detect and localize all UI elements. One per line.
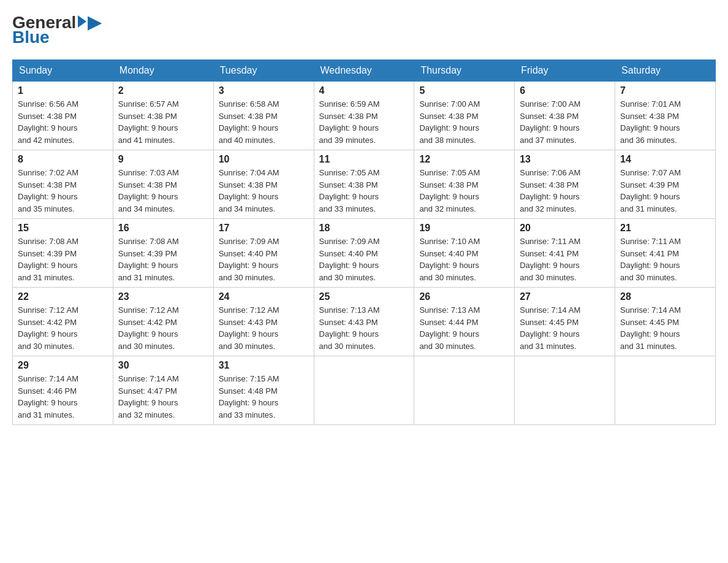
day-number: 28 — [620, 291, 710, 302]
calendar-cell: 16 Sunrise: 7:08 AM Sunset: 4:39 PM Dayl… — [113, 219, 213, 288]
day-number: 17 — [219, 223, 309, 234]
day-info: Sunrise: 7:07 AM Sunset: 4:39 PM Dayligh… — [620, 167, 710, 215]
calendar-cell: 26 Sunrise: 7:13 AM Sunset: 4:44 PM Dayl… — [414, 288, 515, 356]
day-number: 14 — [620, 154, 710, 165]
weekday-header-saturday: Saturday — [615, 60, 716, 82]
calendar-cell: 5 Sunrise: 7:00 AM Sunset: 4:38 PM Dayli… — [414, 82, 515, 150]
day-number: 18 — [319, 223, 409, 234]
page-header: General▶ Blue — [12, 12, 716, 47]
calendar-cell — [515, 356, 615, 425]
calendar-week-row: 29 Sunrise: 7:14 AM Sunset: 4:46 PM Dayl… — [13, 356, 716, 425]
calendar-cell: 28 Sunrise: 7:14 AM Sunset: 4:45 PM Dayl… — [615, 288, 716, 356]
calendar-cell: 1 Sunrise: 6:56 AM Sunset: 4:38 PM Dayli… — [13, 82, 113, 150]
calendar-cell — [414, 356, 515, 425]
calendar-cell: 11 Sunrise: 7:05 AM Sunset: 4:38 PM Dayl… — [314, 150, 414, 219]
day-number: 10 — [219, 154, 309, 165]
day-info: Sunrise: 7:09 AM Sunset: 4:40 PM Dayligh… — [219, 236, 309, 283]
weekday-header-wednesday: Wednesday — [314, 60, 414, 82]
day-info: Sunrise: 7:14 AM Sunset: 4:46 PM Dayligh… — [18, 373, 108, 421]
weekday-header-monday: Monday — [113, 60, 213, 82]
weekday-header-tuesday: Tuesday — [213, 60, 314, 82]
day-number: 22 — [18, 291, 108, 302]
day-info: Sunrise: 7:14 AM Sunset: 4:45 PM Dayligh… — [520, 304, 610, 352]
day-number: 5 — [419, 85, 509, 96]
day-number: 12 — [419, 154, 509, 165]
calendar-cell: 4 Sunrise: 6:59 AM Sunset: 4:38 PM Dayli… — [314, 82, 414, 150]
day-number: 26 — [419, 291, 509, 302]
calendar-cell: 3 Sunrise: 6:58 AM Sunset: 4:38 PM Dayli… — [213, 82, 314, 150]
calendar-cell: 25 Sunrise: 7:13 AM Sunset: 4:43 PM Dayl… — [314, 288, 414, 356]
day-number: 15 — [18, 223, 108, 234]
logo-blue-word: Blue — [12, 28, 50, 47]
day-info: Sunrise: 7:08 AM Sunset: 4:39 PM Dayligh… — [18, 236, 108, 283]
day-number: 2 — [118, 85, 208, 96]
day-info: Sunrise: 7:10 AM Sunset: 4:40 PM Dayligh… — [419, 236, 509, 283]
calendar-cell: 6 Sunrise: 7:00 AM Sunset: 4:38 PM Dayli… — [515, 82, 615, 150]
day-info: Sunrise: 6:58 AM Sunset: 4:38 PM Dayligh… — [219, 98, 309, 146]
day-info: Sunrise: 7:05 AM Sunset: 4:38 PM Dayligh… — [319, 167, 409, 215]
calendar-cell: 9 Sunrise: 7:03 AM Sunset: 4:38 PM Dayli… — [113, 150, 213, 219]
day-info: Sunrise: 6:57 AM Sunset: 4:38 PM Dayligh… — [118, 98, 208, 146]
day-info: Sunrise: 7:13 AM Sunset: 4:44 PM Dayligh… — [419, 304, 509, 352]
day-info: Sunrise: 7:01 AM Sunset: 4:38 PM Dayligh… — [620, 98, 710, 146]
calendar-week-row: 22 Sunrise: 7:12 AM Sunset: 4:42 PM Dayl… — [13, 288, 716, 356]
day-number: 27 — [520, 291, 610, 302]
calendar-cell: 15 Sunrise: 7:08 AM Sunset: 4:39 PM Dayl… — [13, 219, 113, 288]
day-number: 8 — [18, 154, 108, 165]
calendar-cell — [314, 356, 414, 425]
calendar-cell: 20 Sunrise: 7:11 AM Sunset: 4:41 PM Dayl… — [515, 219, 615, 288]
day-info: Sunrise: 7:11 AM Sunset: 4:41 PM Dayligh… — [620, 236, 710, 283]
day-number: 21 — [620, 223, 710, 234]
calendar-cell: 12 Sunrise: 7:05 AM Sunset: 4:38 PM Dayl… — [414, 150, 515, 219]
weekday-header-row: SundayMondayTuesdayWednesdayThursdayFrid… — [13, 60, 716, 82]
calendar-week-row: 8 Sunrise: 7:02 AM Sunset: 4:38 PM Dayli… — [13, 150, 716, 219]
day-number: 16 — [118, 223, 208, 234]
day-info: Sunrise: 7:00 AM Sunset: 4:38 PM Dayligh… — [520, 98, 610, 146]
day-number: 9 — [118, 154, 208, 165]
day-number: 20 — [520, 223, 610, 234]
day-info: Sunrise: 6:56 AM Sunset: 4:38 PM Dayligh… — [18, 98, 108, 146]
calendar-week-row: 1 Sunrise: 6:56 AM Sunset: 4:38 PM Dayli… — [13, 82, 716, 150]
calendar-cell: 8 Sunrise: 7:02 AM Sunset: 4:38 PM Dayli… — [13, 150, 113, 219]
day-number: 19 — [419, 223, 509, 234]
calendar-cell: 13 Sunrise: 7:06 AM Sunset: 4:38 PM Dayl… — [515, 150, 615, 219]
calendar-cell: 17 Sunrise: 7:09 AM Sunset: 4:40 PM Dayl… — [213, 219, 314, 288]
day-info: Sunrise: 7:12 AM Sunset: 4:42 PM Dayligh… — [18, 304, 108, 352]
calendar-cell: 2 Sunrise: 6:57 AM Sunset: 4:38 PM Dayli… — [113, 82, 213, 150]
day-info: Sunrise: 7:00 AM Sunset: 4:38 PM Dayligh… — [419, 98, 509, 146]
day-info: Sunrise: 7:14 AM Sunset: 4:45 PM Dayligh… — [620, 304, 710, 352]
calendar-week-row: 15 Sunrise: 7:08 AM Sunset: 4:39 PM Dayl… — [13, 219, 716, 288]
day-number: 1 — [18, 85, 108, 96]
calendar-cell: 10 Sunrise: 7:04 AM Sunset: 4:38 PM Dayl… — [213, 150, 314, 219]
logo: General▶ Blue — [12, 12, 101, 47]
day-info: Sunrise: 7:14 AM Sunset: 4:47 PM Dayligh… — [118, 373, 208, 421]
day-number: 31 — [219, 360, 309, 371]
day-info: Sunrise: 7:12 AM Sunset: 4:43 PM Dayligh… — [219, 304, 309, 352]
calendar-cell: 27 Sunrise: 7:14 AM Sunset: 4:45 PM Dayl… — [515, 288, 615, 356]
day-info: Sunrise: 6:59 AM Sunset: 4:38 PM Dayligh… — [319, 98, 409, 146]
day-number: 6 — [520, 85, 610, 96]
logo-arrow-icon — [78, 15, 86, 28]
day-info: Sunrise: 7:06 AM Sunset: 4:38 PM Dayligh… — [520, 167, 610, 215]
day-number: 4 — [319, 85, 409, 96]
day-info: Sunrise: 7:15 AM Sunset: 4:48 PM Dayligh… — [219, 373, 309, 421]
weekday-header-thursday: Thursday — [414, 60, 515, 82]
weekday-header-friday: Friday — [515, 60, 615, 82]
day-info: Sunrise: 7:03 AM Sunset: 4:38 PM Dayligh… — [118, 167, 208, 215]
calendar-cell: 29 Sunrise: 7:14 AM Sunset: 4:46 PM Dayl… — [13, 356, 113, 425]
day-info: Sunrise: 7:02 AM Sunset: 4:38 PM Dayligh… — [18, 167, 108, 215]
calendar-cell: 7 Sunrise: 7:01 AM Sunset: 4:38 PM Dayli… — [615, 82, 716, 150]
day-info: Sunrise: 7:05 AM Sunset: 4:38 PM Dayligh… — [419, 167, 509, 215]
weekday-header-sunday: Sunday — [13, 60, 113, 82]
calendar-cell: 22 Sunrise: 7:12 AM Sunset: 4:42 PM Dayl… — [13, 288, 113, 356]
calendar-cell: 23 Sunrise: 7:12 AM Sunset: 4:42 PM Dayl… — [113, 288, 213, 356]
calendar-cell: 19 Sunrise: 7:10 AM Sunset: 4:40 PM Dayl… — [414, 219, 515, 288]
calendar-cell: 18 Sunrise: 7:09 AM Sunset: 4:40 PM Dayl… — [314, 219, 414, 288]
day-info: Sunrise: 7:09 AM Sunset: 4:40 PM Dayligh… — [319, 236, 409, 283]
day-number: 23 — [118, 291, 208, 302]
calendar-cell — [615, 356, 716, 425]
day-number: 7 — [620, 85, 710, 96]
day-info: Sunrise: 7:11 AM Sunset: 4:41 PM Dayligh… — [520, 236, 610, 283]
day-info: Sunrise: 7:12 AM Sunset: 4:42 PM Dayligh… — [118, 304, 208, 352]
day-number: 24 — [219, 291, 309, 302]
